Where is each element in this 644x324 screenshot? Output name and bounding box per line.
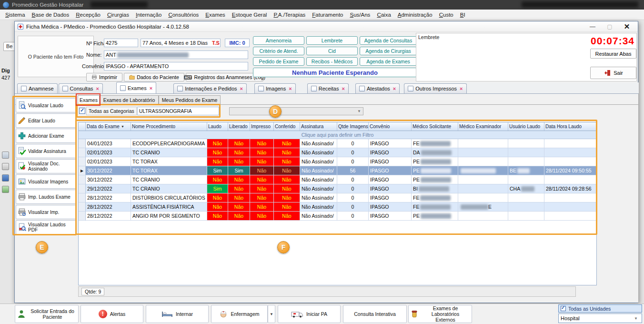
solicitar-entrada-button[interactable]: Solicitar Entrada do Paciente [15, 305, 79, 323]
menu-exames[interactable]: Exames [202, 10, 229, 19]
menu-pa-terapias[interactable]: P.A./Terapias [270, 10, 309, 19]
grid-indicator-header[interactable] [79, 122, 86, 131]
tab-anamnese[interactable]: Anamnese [17, 83, 58, 93]
grid-column-header[interactable]: Laudo [207, 122, 228, 131]
exames-lab-externos-button[interactable]: Exames de Laboratórios Externos [408, 305, 472, 323]
grid-column-header[interactable]: Data Hora Laudo [544, 122, 597, 131]
grid-row[interactable]: 30/12/2022TC CRANIONãoNãoNãoNãoNão Assin… [79, 175, 596, 184]
agenda-consultas-button[interactable]: Agenda de Consultas [360, 36, 417, 45]
tab-close-icon[interactable]: × [393, 86, 396, 91]
restaurar-abas-button[interactable]: Restaurar Abas [590, 49, 636, 59]
menu-sus-ans[interactable]: Sus/Ans [347, 10, 374, 19]
imprimir-button[interactable]: Imprimir [86, 73, 122, 81]
menu-estoque-geral[interactable]: Estoque Geral [229, 10, 271, 19]
menu-faturamento[interactable]: Faturamento [309, 10, 346, 19]
tab-receitas[interactable]: Receitas × [307, 83, 349, 93]
todas-categorias-checkbox[interactable] [79, 108, 85, 114]
grid-column-header[interactable]: Médico Examinador [458, 122, 508, 131]
grid-row[interactable]: 28/12/2022ANGIO RM POR SEGMENTONãoNãoNão… [79, 212, 596, 221]
grid-row[interactable]: 28/12/2022DISTÚRBIOS CIRCULATÓRIOSNãoNão… [79, 193, 596, 202]
menu-recepcao[interactable]: Recepção [72, 10, 104, 19]
window-titlebar[interactable]: Ficha Médica - PMedico - Promedico Gestã… [15, 21, 638, 32]
tab-atestados[interactable]: Atestados × [355, 83, 400, 93]
grid-column-header[interactable]: Impresso [250, 122, 274, 131]
visualizar-laudo-button[interactable]: Visualizar Laudo [16, 98, 76, 112]
convenio-input[interactable]: IPASGO - APARTAMENTO [104, 62, 248, 71]
imprimir-laudos-exame-button[interactable]: Imp. Laudos Exame [16, 190, 76, 204]
agenda-cirurgias-button[interactable]: Agenda de Cirurgias [360, 47, 417, 55]
enfermagem-button[interactable]: Enfermagem [211, 305, 268, 323]
maximize-button[interactable]: ▢ [601, 21, 618, 31]
tab-close-icon[interactable]: × [289, 86, 292, 91]
close-button[interactable]: ✕ [618, 21, 635, 31]
grid-column-header[interactable]: Data do Exame▼ [86, 122, 131, 131]
grid-column-header[interactable]: Médico Solicitante [412, 122, 458, 131]
visualizar-impressao-button[interactable]: Visualizar Imp. [16, 205, 76, 219]
internar-button[interactable]: Internar [146, 305, 209, 323]
cid-button[interactable]: Cid [306, 47, 358, 55]
visualizar-laudos-pdf-button[interactable]: Visualizar Laudos PDF [16, 220, 76, 234]
todas-unidades-checkbox[interactable] [561, 306, 566, 311]
unidade-combobox[interactable]: Hospital ▼ [558, 314, 642, 323]
menu-bi[interactable]: BI [457, 10, 469, 19]
lembrete-button[interactable]: Lembrete [306, 36, 358, 45]
grid-row[interactable]: 02/01/2023TC TORAXNãoNãoNãoNãoNão Assina… [79, 157, 596, 166]
menu-administracao[interactable]: Administração [394, 10, 436, 19]
enfermagem-dropdown-arrow[interactable]: ▼ [268, 305, 275, 323]
tab-close-icon[interactable]: × [342, 86, 344, 91]
visualizar-doc-assinado-button[interactable]: Visualizar Doc. Assinado [16, 159, 76, 173]
tab-close-icon[interactable]: × [240, 86, 243, 91]
tab-imagens[interactable]: Imagens × [254, 83, 296, 93]
alertas-button[interactable]: Alertas [80, 305, 143, 323]
grid-column-header[interactable]: Assinatura [300, 122, 337, 131]
grid-filter-row[interactable]: Clique aqui para definir um Filtro [79, 131, 596, 139]
subtab-meus-pedidos-exame[interactable]: Meus Pedidos de Exame [159, 95, 221, 105]
secondary-filter-combobox[interactable]: ▼ [229, 107, 363, 115]
grid-column-header[interactable]: Convênio [369, 122, 412, 131]
tab-outros-impressos[interactable]: Outros Impressos × [404, 83, 466, 93]
menu-base-de-dados[interactable]: Base de Dados [29, 10, 73, 19]
iniciar-pa-button[interactable]: Iniciar PA [278, 305, 341, 323]
nome-input[interactable]: ANT [104, 51, 248, 59]
grid-column-header[interactable]: Conferido [274, 122, 300, 131]
amenorreia-button[interactable]: Amenorreia [253, 36, 304, 45]
tab-exames[interactable]: Exames × [116, 82, 156, 93]
grid-row[interactable]: 02/01/2023TC CRANIONãoNãoNãoNãoNão Assin… [79, 148, 596, 157]
pedido-exame-button[interactable]: Pedido de Exame [253, 57, 304, 66]
tab-close-icon[interactable]: × [460, 86, 463, 91]
tab-close-icon[interactable]: × [96, 86, 99, 91]
grid-row[interactable]: 04/01/2023ECODOPPLERCARDIOGRAMANãoNãoNão… [79, 139, 596, 148]
registros-anamneses-button[interactable]: ACT Registros das Anamneses (Log) [186, 73, 263, 81]
visualizar-imagens-button[interactable]: Visualizar Imagens [16, 174, 76, 189]
grid-column-header[interactable]: Usuário Laudo [508, 122, 544, 131]
menu-cirurgias[interactable]: Cirurgias [104, 10, 132, 19]
sair-button[interactable]: Sair [590, 67, 636, 79]
menu-caixa[interactable]: Caixa [373, 10, 394, 19]
menu-sistema[interactable]: Sistema [2, 10, 29, 19]
grid-column-header[interactable]: Liberado [228, 122, 250, 131]
editar-laudo-button[interactable]: Editar Laudo [16, 113, 76, 128]
grid-row[interactable]: ▶30/12/2022TC TORAXSimSimNãoNãoNão Assin… [79, 166, 596, 175]
menu-internacao[interactable]: Internação [132, 10, 165, 19]
menu-consultorios[interactable]: Consultórios [165, 10, 202, 19]
minimize-button[interactable]: — [584, 21, 601, 31]
consulta-interativa-button[interactable]: Consulta Interativa [343, 305, 407, 323]
grid-row[interactable]: 29/12/2022TC CRANIOSimNãoNãoNãoNão Assin… [79, 184, 596, 193]
grid-row[interactable]: 28/12/2022ASSISTÊNCIA FISIÁTRICANãoNãoNã… [79, 202, 596, 212]
agenda-exames-button[interactable]: Agenda de Exames [360, 57, 417, 66]
tab-internacoes-pedidos[interactable]: Internações e Pedidos × [173, 83, 247, 93]
menu-custo[interactable]: Custo [436, 10, 457, 19]
tab-consultas[interactable]: Consultas × [59, 83, 103, 93]
tab-close-icon[interactable]: × [150, 85, 152, 91]
subtab-exames-laboratorio[interactable]: Exames de Laboratório [100, 95, 159, 105]
dados-paciente-button[interactable]: Dados do Paciente [124, 73, 184, 81]
grid-column-header[interactable]: Nome Procedimento [131, 122, 207, 131]
criterio-atend-button[interactable]: Critério de Atend. [253, 47, 304, 55]
adicionar-exame-button[interactable]: Adicionar Exame [16, 129, 76, 143]
ficha-input[interactable]: 4275 [104, 39, 138, 47]
validar-assinatura-button[interactable]: Validar Assinatura [16, 144, 76, 158]
recibos-medicos-button[interactable]: Recibos - Médicos [306, 57, 358, 66]
grid-column-header[interactable]: Qtde Imagens [337, 122, 369, 131]
categoria-combobox[interactable]: ULTRASSONOGRAFIA [137, 107, 219, 115]
subtab-exames[interactable]: Exames [78, 95, 100, 105]
